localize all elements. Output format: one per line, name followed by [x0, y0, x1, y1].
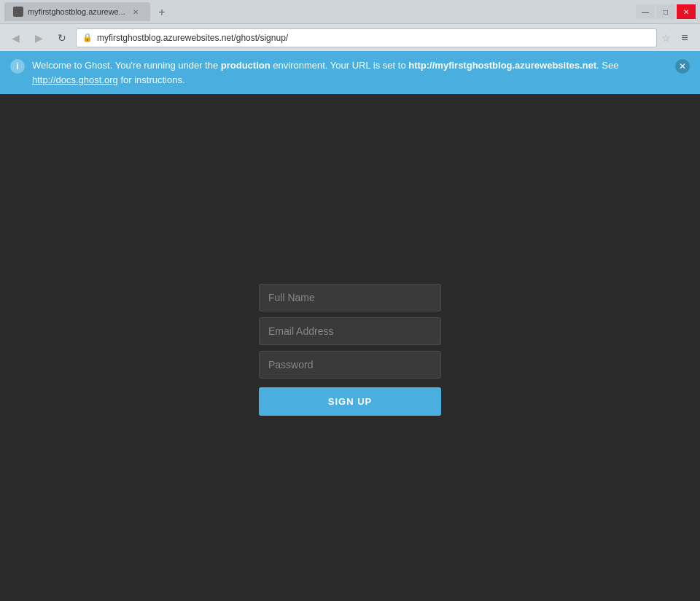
minimize-button[interactable]: — — [636, 4, 655, 19]
address-bar[interactable]: 🔒 myfirstghostblog.azurewebsites.net/gho… — [76, 28, 657, 47]
banner-message-after: . See — [596, 60, 618, 71]
bookmark-star-icon[interactable]: ☆ — [661, 32, 671, 44]
tab-close-button[interactable]: ✕ — [130, 6, 141, 18]
banner-docs-link[interactable]: http://docs.ghost.org — [32, 74, 118, 85]
banner-message-before: Welcome to Ghost. You're running under t… — [32, 60, 221, 71]
banner-message-middle: environment. Your URL is set to — [271, 60, 409, 71]
info-banner: i Welcome to Ghost. You're running under… — [0, 51, 700, 94]
new-tab-button[interactable]: + — [153, 4, 171, 21]
navigation-bar: ◀ ▶ ↻ 🔒 myfirstghostblog.azurewebsites.n… — [0, 23, 700, 51]
banner-url-bold: http://myfirstghostblog.azurewebsites.ne… — [408, 60, 596, 71]
banner-close-button[interactable]: ✕ — [675, 59, 690, 74]
close-button[interactable]: ✕ — [677, 4, 696, 19]
tab-area: myfirstghostblog.azurewe... ✕ + — [4, 2, 636, 21]
address-text: myfirstghostblog.azurewebsites.net/ghost… — [97, 33, 650, 43]
info-icon: i — [10, 59, 25, 74]
main-content: SIGN UP — [0, 94, 700, 601]
refresh-button[interactable]: ↻ — [52, 28, 71, 47]
forward-button[interactable]: ▶ — [29, 28, 48, 47]
back-button[interactable]: ◀ — [6, 28, 25, 47]
browser-window: myfirstghostblog.azurewe... ✕ + — □ ✕ ◀ … — [0, 0, 700, 601]
full-name-input[interactable] — [259, 284, 441, 311]
window-controls: — □ ✕ — [636, 4, 696, 19]
banner-message-end: for instructions. — [118, 74, 185, 85]
password-input[interactable] — [259, 351, 441, 379]
tab-title: myfirstghostblog.azurewe... — [28, 7, 125, 16]
email-input[interactable] — [259, 317, 441, 345]
maximize-button[interactable]: □ — [656, 4, 675, 19]
signup-form: SIGN UP — [259, 284, 441, 416]
title-bar: myfirstghostblog.azurewe... ✕ + — □ ✕ — [0, 0, 700, 23]
address-lock-icon: 🔒 — [82, 33, 93, 42]
signup-button[interactable]: SIGN UP — [259, 387, 441, 416]
browser-menu-button[interactable]: ≡ — [675, 28, 694, 47]
banner-env-bold: production — [221, 60, 271, 71]
banner-text: Welcome to Ghost. You're running under t… — [32, 58, 668, 87]
active-tab[interactable]: myfirstghostblog.azurewe... ✕ — [4, 2, 150, 21]
tab-favicon — [13, 7, 23, 17]
